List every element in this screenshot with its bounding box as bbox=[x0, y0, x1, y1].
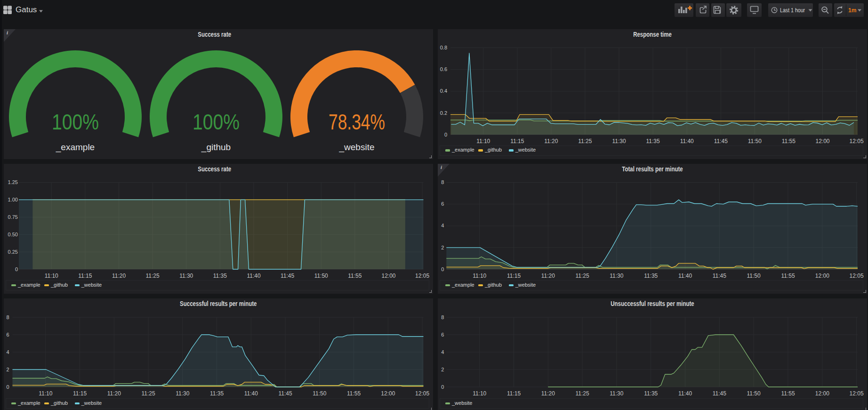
svg-text:11:25: 11:25 bbox=[146, 273, 160, 279]
svg-text:12:05: 12:05 bbox=[850, 273, 864, 279]
svg-text:11:40: 11:40 bbox=[244, 390, 258, 397]
svg-text:0: 0 bbox=[6, 384, 9, 390]
svg-text:11:25: 11:25 bbox=[576, 390, 589, 397]
svg-text:2: 2 bbox=[441, 245, 444, 250]
svg-text:0: 0 bbox=[444, 132, 447, 137]
svg-text:11:30: 11:30 bbox=[612, 138, 626, 145]
svg-text:11:20: 11:20 bbox=[541, 273, 555, 279]
svg-text:2: 2 bbox=[441, 367, 444, 372]
svg-text:11:15: 11:15 bbox=[73, 390, 87, 397]
svg-text:12:05: 12:05 bbox=[850, 138, 864, 145]
svg-text:11:30: 11:30 bbox=[610, 390, 623, 397]
svg-text:4: 4 bbox=[441, 349, 444, 355]
svg-text:11:55: 11:55 bbox=[781, 273, 795, 279]
svg-text:11:45: 11:45 bbox=[281, 273, 294, 279]
svg-text:0.6: 0.6 bbox=[440, 66, 447, 72]
svg-text:12:00: 12:00 bbox=[381, 390, 395, 397]
svg-text:8: 8 bbox=[6, 314, 9, 320]
svg-text:11:15: 11:15 bbox=[507, 273, 521, 279]
svg-text:11:30: 11:30 bbox=[610, 273, 623, 279]
svg-text:11:55: 11:55 bbox=[347, 390, 361, 397]
svg-text:11:45: 11:45 bbox=[713, 273, 726, 279]
svg-text:0: 0 bbox=[15, 266, 18, 272]
svg-text:11:10: 11:10 bbox=[39, 390, 52, 397]
svg-text:0.2: 0.2 bbox=[440, 110, 447, 116]
svg-text:11:40: 11:40 bbox=[247, 273, 260, 279]
svg-text:11:25: 11:25 bbox=[142, 390, 155, 397]
svg-text:11:55: 11:55 bbox=[348, 273, 362, 279]
svg-text:11:30: 11:30 bbox=[176, 390, 189, 397]
svg-text:0.75: 0.75 bbox=[8, 214, 18, 220]
svg-text:2: 2 bbox=[6, 367, 9, 372]
svg-text:12:05: 12:05 bbox=[415, 273, 429, 279]
svg-text:11:10: 11:10 bbox=[45, 273, 58, 279]
svg-text:11:40: 11:40 bbox=[678, 273, 692, 279]
svg-text:11:50: 11:50 bbox=[747, 390, 761, 397]
svg-text:8: 8 bbox=[441, 179, 444, 185]
svg-text:4: 4 bbox=[441, 223, 444, 228]
svg-text:11:15: 11:15 bbox=[507, 390, 521, 397]
svg-text:12:00: 12:00 bbox=[815, 273, 829, 279]
svg-text:11:20: 11:20 bbox=[107, 390, 121, 397]
svg-text:11:35: 11:35 bbox=[213, 273, 227, 279]
svg-text:11:35: 11:35 bbox=[644, 273, 658, 279]
svg-text:11:20: 11:20 bbox=[541, 390, 555, 397]
svg-text:11:50: 11:50 bbox=[314, 273, 328, 279]
svg-text:11:15: 11:15 bbox=[78, 273, 92, 279]
svg-text:1.25: 1.25 bbox=[8, 179, 18, 185]
svg-text:12:00: 12:00 bbox=[815, 138, 829, 145]
svg-text:0.25: 0.25 bbox=[8, 249, 18, 255]
svg-text:11:55: 11:55 bbox=[782, 138, 796, 145]
svg-text:6: 6 bbox=[441, 201, 444, 207]
svg-text:11:40: 11:40 bbox=[678, 390, 692, 397]
svg-text:0.8: 0.8 bbox=[440, 45, 447, 50]
svg-text:11:10: 11:10 bbox=[473, 273, 486, 279]
svg-text:4: 4 bbox=[6, 349, 9, 355]
svg-text:12:00: 12:00 bbox=[381, 273, 395, 279]
svg-text:1.00: 1.00 bbox=[8, 197, 18, 202]
svg-text:11:15: 11:15 bbox=[510, 138, 524, 145]
svg-text:8: 8 bbox=[441, 314, 444, 320]
svg-text:11:25: 11:25 bbox=[578, 138, 592, 145]
svg-text:6: 6 bbox=[6, 332, 9, 338]
svg-text:11:25: 11:25 bbox=[576, 273, 589, 279]
svg-text:11:55: 11:55 bbox=[781, 390, 795, 397]
svg-text:6: 6 bbox=[441, 332, 444, 338]
svg-text:12:05: 12:05 bbox=[850, 390, 864, 397]
svg-text:11:45: 11:45 bbox=[279, 390, 292, 397]
svg-text:0.50: 0.50 bbox=[8, 232, 18, 237]
svg-text:12:00: 12:00 bbox=[815, 390, 829, 397]
svg-text:0: 0 bbox=[441, 266, 444, 272]
svg-text:11:50: 11:50 bbox=[313, 390, 326, 397]
svg-text:11:35: 11:35 bbox=[646, 138, 660, 145]
svg-text:11:45: 11:45 bbox=[713, 390, 726, 397]
svg-text:11:20: 11:20 bbox=[112, 273, 126, 279]
svg-text:11:45: 11:45 bbox=[714, 138, 728, 145]
svg-text:0.4: 0.4 bbox=[440, 88, 447, 94]
svg-text:0: 0 bbox=[441, 384, 444, 390]
svg-text:12:05: 12:05 bbox=[415, 390, 429, 397]
svg-text:11:50: 11:50 bbox=[747, 273, 761, 279]
svg-text:11:35: 11:35 bbox=[644, 390, 658, 397]
svg-text:11:20: 11:20 bbox=[544, 138, 558, 145]
svg-text:11:35: 11:35 bbox=[210, 390, 224, 397]
svg-text:11:40: 11:40 bbox=[680, 138, 694, 145]
svg-text:11:30: 11:30 bbox=[179, 273, 193, 279]
svg-text:11:10: 11:10 bbox=[473, 390, 486, 397]
svg-text:11:50: 11:50 bbox=[748, 138, 762, 145]
svg-text:11:10: 11:10 bbox=[476, 138, 490, 145]
